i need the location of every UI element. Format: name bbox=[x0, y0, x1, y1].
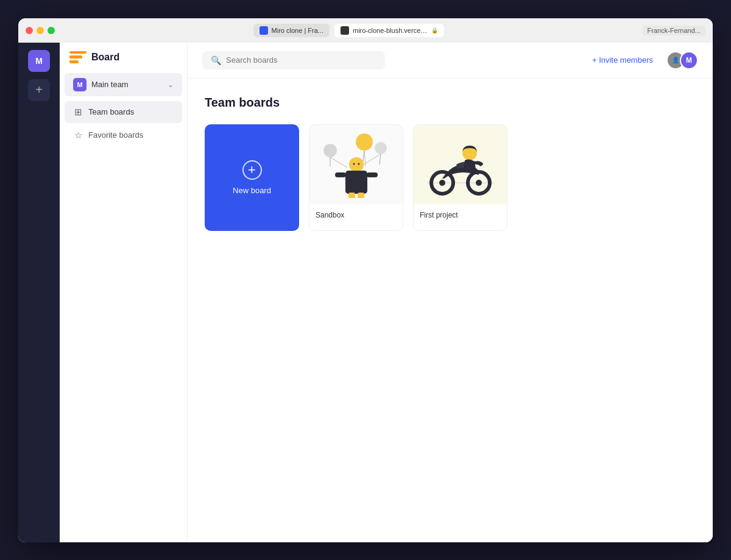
user-avatar-2: M bbox=[680, 51, 698, 69]
sidebar-item-team-boards[interactable]: ⊞ Team boards bbox=[65, 101, 182, 123]
svg-point-10 bbox=[353, 163, 355, 165]
maximize-button[interactable] bbox=[48, 27, 55, 34]
traffic-lights bbox=[26, 27, 55, 34]
first-project-board-name: First project bbox=[420, 211, 458, 219]
sidebar-item-favorite-boards[interactable]: ☆ Favorite boards bbox=[65, 124, 182, 146]
team-icon: M bbox=[73, 78, 87, 91]
github-tab: Franck-Fernand... bbox=[643, 26, 705, 35]
favorite-boards-icon: ☆ bbox=[74, 130, 82, 141]
brand-logo bbox=[69, 51, 87, 63]
title-bar-right: Franck-Fernand... bbox=[643, 26, 705, 35]
svg-line-3 bbox=[380, 154, 381, 165]
close-button[interactable] bbox=[26, 27, 33, 34]
logo-stripe-1 bbox=[69, 51, 87, 54]
svg-point-21 bbox=[476, 180, 482, 186]
svg-point-11 bbox=[358, 163, 359, 165]
team-boards-icon: ⊞ bbox=[74, 107, 82, 118]
top-bar-right: + Invite members 👤 M bbox=[586, 51, 698, 69]
svg-line-5 bbox=[363, 151, 364, 161]
app-window: Miro clone | Fra... miro-clone-blush.ver… bbox=[18, 18, 713, 542]
svg-rect-15 bbox=[348, 193, 355, 198]
svg-point-19 bbox=[439, 180, 445, 186]
moto-illustration bbox=[421, 131, 500, 198]
invite-members-button[interactable]: + Invite members bbox=[586, 52, 659, 68]
sandbox-board-name: Sandbox bbox=[316, 211, 344, 219]
sidebar: M + bbox=[18, 43, 60, 542]
chevron-icon: ⌄ bbox=[168, 80, 174, 89]
svg-rect-12 bbox=[345, 171, 367, 194]
svg-line-6 bbox=[330, 157, 347, 168]
brand-header: Board bbox=[60, 51, 187, 73]
search-input[interactable] bbox=[226, 55, 376, 65]
top-bar: 🔍 + Invite members 👤 M bbox=[188, 43, 713, 79]
svg-point-9 bbox=[349, 157, 364, 172]
board-card-sandbox[interactable]: Sandbox bbox=[309, 124, 403, 231]
favorite-boards-label: Favorite boards bbox=[88, 130, 143, 140]
new-board-card[interactable]: + New board bbox=[205, 124, 299, 231]
svg-rect-14 bbox=[367, 172, 378, 177]
sidebar-add-button[interactable]: + bbox=[28, 79, 50, 101]
browser-tab-bar: Miro clone | Fra... miro-clone-blush.ver… bbox=[60, 24, 638, 37]
main-content: 🔍 + Invite members 👤 M Team boards bbox=[188, 43, 713, 542]
nav-panel: Board M Main team ⌄ ⊞ Team boards ☆ Favo… bbox=[60, 43, 188, 542]
svg-point-4 bbox=[356, 133, 373, 151]
tab-label-miro: Miro clone | Fra... bbox=[272, 27, 323, 34]
sandbox-board-info: Sandbox bbox=[309, 204, 403, 225]
new-board-label: New board bbox=[233, 186, 271, 195]
browser-tab-miro[interactable]: Miro clone | Fra... bbox=[253, 24, 330, 37]
sandbox-illustration bbox=[317, 131, 396, 198]
team-selector[interactable]: M Main team ⌄ bbox=[65, 73, 182, 96]
team-name: Main team bbox=[91, 80, 163, 89]
first-project-thumbnail bbox=[414, 125, 507, 204]
browser-tab-vercel[interactable]: miro-clone-blush.vercel.app 🔒 bbox=[334, 24, 444, 37]
new-board-plus-icon: + bbox=[242, 160, 262, 180]
board-card-first-project[interactable]: First project bbox=[413, 124, 507, 231]
svg-rect-13 bbox=[335, 172, 346, 177]
tab-favicon-vercel bbox=[341, 26, 349, 35]
boards-grid: + New board bbox=[205, 124, 696, 231]
sidebar-workspace-avatar[interactable]: M bbox=[28, 50, 50, 72]
avatars-group: 👤 M bbox=[666, 51, 698, 69]
lock-icon: 🔒 bbox=[431, 27, 438, 34]
svg-point-0 bbox=[323, 144, 337, 157]
team-boards-label: Team boards bbox=[88, 107, 134, 116]
sandbox-thumbnail bbox=[309, 125, 403, 204]
boards-area: Team boards + New board bbox=[188, 79, 713, 542]
search-box[interactable]: 🔍 bbox=[202, 51, 385, 69]
first-project-board-info: First project bbox=[414, 204, 507, 225]
logo-stripe-2 bbox=[69, 55, 82, 58]
brand-name: Board bbox=[91, 52, 119, 63]
tab-label-vercel: miro-clone-blush.vercel.app bbox=[353, 27, 428, 34]
section-title: Team boards bbox=[205, 96, 696, 110]
svg-rect-16 bbox=[358, 193, 364, 198]
search-icon: 🔍 bbox=[211, 55, 221, 65]
svg-point-2 bbox=[375, 142, 387, 154]
minimize-button[interactable] bbox=[37, 27, 44, 34]
tab-favicon-miro bbox=[260, 26, 268, 35]
title-bar: Miro clone | Fra... miro-clone-blush.ver… bbox=[18, 18, 713, 43]
app-body: M + Board M Main team ⌄ ⊞ Team boards bbox=[18, 43, 713, 542]
logo-stripe-3 bbox=[69, 60, 79, 63]
